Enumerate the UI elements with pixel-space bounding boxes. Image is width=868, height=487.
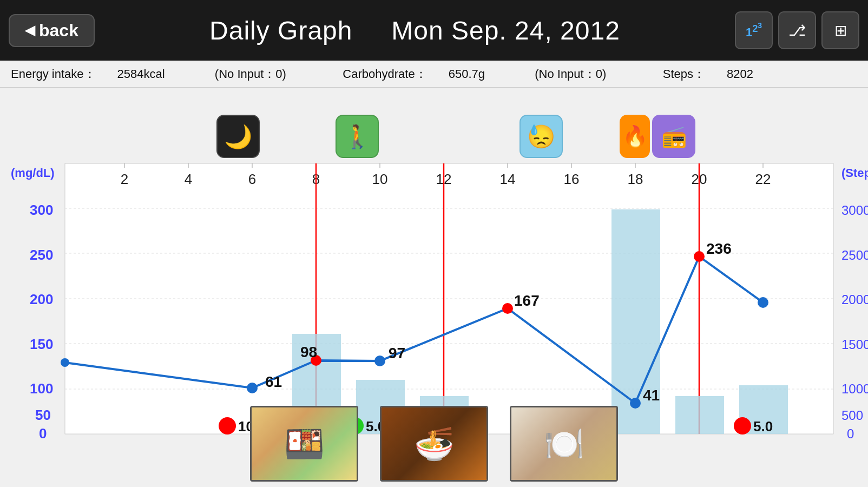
svg-text:100: 100 bbox=[30, 380, 53, 397]
stats-bar: Energy intake：2584kcal (No Input：0) Carb… bbox=[0, 61, 868, 88]
svg-point-61 bbox=[502, 303, 513, 314]
no-input-energy: (No Input：0) bbox=[215, 66, 286, 82]
back-button[interactable]: back bbox=[9, 14, 95, 47]
svg-text:(mg/dL): (mg/dL) bbox=[11, 166, 55, 180]
steps-label: Steps： bbox=[663, 66, 705, 82]
svg-text:61: 61 bbox=[265, 373, 282, 390]
chart-container: 🌙 🚶 😓 🔥 📻 (mg/dL) 300 250 200 150 100 50… bbox=[0, 88, 868, 487]
svg-text:167: 167 bbox=[514, 292, 540, 309]
energy-value: 2584kcal bbox=[117, 67, 165, 81]
svg-text:1500: 1500 bbox=[841, 337, 868, 352]
food-image-dinner[interactable]: 🍽️ bbox=[510, 406, 618, 482]
svg-text:4: 4 bbox=[185, 171, 192, 187]
svg-text:300: 300 bbox=[30, 202, 53, 218]
svg-text:150: 150 bbox=[30, 336, 53, 352]
lunch-placeholder: 🍜 bbox=[382, 407, 486, 480]
dinner-placeholder: 🍽️ bbox=[511, 407, 616, 480]
back-label: back bbox=[39, 21, 78, 41]
svg-point-54 bbox=[61, 358, 69, 367]
svg-text:41: 41 bbox=[643, 387, 660, 404]
svg-text:97: 97 bbox=[389, 345, 405, 361]
numbers-icon: 123 bbox=[746, 21, 762, 40]
svg-text:(Steps): (Steps) bbox=[841, 166, 868, 180]
svg-point-65 bbox=[694, 251, 705, 262]
energy-label: Energy intake： bbox=[11, 66, 96, 82]
svg-text:236: 236 bbox=[706, 240, 732, 257]
svg-text:2500: 2500 bbox=[841, 248, 868, 262]
svg-text:2000: 2000 bbox=[841, 292, 868, 307]
date-text: Mon Sep. 24, 2012 bbox=[391, 16, 620, 45]
grid-icon: ⊞ bbox=[834, 22, 847, 40]
share-icon: ⎇ bbox=[788, 22, 806, 40]
food-image-lunch[interactable]: 🍜 bbox=[380, 406, 488, 482]
svg-text:6: 6 bbox=[248, 171, 256, 187]
svg-text:250: 250 bbox=[30, 247, 53, 263]
svg-text:22: 22 bbox=[755, 171, 771, 187]
food-image-breakfast[interactable]: 🍱 bbox=[250, 406, 358, 482]
svg-text:200: 200 bbox=[30, 291, 53, 307]
carb-value: 650.7g bbox=[449, 67, 485, 81]
breakfast-placeholder: 🍱 bbox=[252, 407, 357, 480]
no-input-carb: (No Input：0) bbox=[535, 66, 606, 82]
svg-text:10: 10 bbox=[372, 171, 388, 187]
steps-value: 8202 bbox=[727, 67, 753, 81]
title-text: Daily Graph bbox=[209, 16, 352, 45]
svg-text:1000: 1000 bbox=[841, 381, 868, 396]
header-icons: 123 ⎇ ⊞ bbox=[735, 11, 859, 49]
svg-text:3000: 3000 bbox=[841, 203, 868, 218]
food-images: 🍱 🍜 🍽️ bbox=[0, 406, 868, 482]
grid-icon-button[interactable]: ⊞ bbox=[821, 11, 859, 49]
share-icon-button[interactable]: ⎇ bbox=[778, 11, 816, 49]
svg-text:14: 14 bbox=[500, 171, 516, 187]
svg-text:18: 18 bbox=[628, 171, 643, 187]
header: back Daily Graph Mon Sep. 24, 2012 123 ⎇… bbox=[0, 0, 868, 61]
svg-text:98: 98 bbox=[300, 344, 317, 360]
svg-text:2: 2 bbox=[121, 171, 128, 187]
header-title: Daily Graph Mon Sep. 24, 2012 bbox=[95, 16, 735, 45]
carb-label: Carbohydrate： bbox=[343, 66, 426, 82]
svg-point-55 bbox=[247, 383, 258, 393]
svg-text:16: 16 bbox=[564, 171, 580, 187]
numbers-icon-button[interactable]: 123 bbox=[735, 11, 773, 49]
svg-point-67 bbox=[758, 297, 768, 308]
svg-point-59 bbox=[374, 356, 385, 366]
svg-rect-0 bbox=[65, 163, 833, 434]
